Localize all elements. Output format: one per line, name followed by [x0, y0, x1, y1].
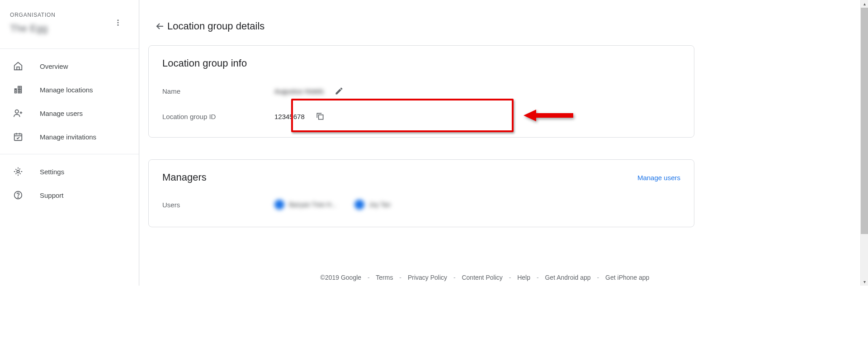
footer-link-privacy[interactable]: Privacy Policy — [408, 274, 447, 281]
location-group-id-value: 12345678 — [274, 113, 305, 120]
svg-point-5 — [17, 170, 19, 173]
page-title: Location group details — [167, 20, 264, 32]
pencil-icon — [335, 86, 344, 96]
users-row: Users Banyan Tree H... Joy Tan — [149, 189, 694, 227]
sidebar-item-label: Manage users — [40, 110, 83, 117]
managers-card: Managers Manage users Users Banyan Tree … — [148, 159, 694, 227]
footer-link-iphone[interactable]: Get iPhone app — [605, 274, 649, 281]
avatar-icon — [274, 200, 284, 210]
nav-section-main: Overview Manage locations Manage users M… — [0, 49, 139, 154]
back-button[interactable] — [151, 17, 169, 35]
arrow-back-icon — [155, 21, 165, 32]
sidebar-item-label: Manage locations — [40, 86, 93, 94]
sidebar-header: ORGANISATION The Egg — [0, 0, 139, 49]
svg-rect-8 — [318, 115, 323, 120]
gear-icon — [13, 166, 24, 177]
nav-section-footer: Settings Support — [0, 154, 139, 212]
location-city-icon — [13, 84, 24, 95]
footer-copyright: ©2019 Google — [321, 274, 362, 281]
svg-point-0 — [118, 19, 119, 21]
page-header: Location group details — [139, 0, 703, 45]
svg-point-3 — [15, 110, 19, 113]
sidebar-item-manage-users[interactable]: Manage users — [0, 101, 139, 125]
scroll-track[interactable] — [861, 234, 868, 278]
sidebar-item-manage-locations[interactable]: Manage locations — [0, 78, 139, 101]
sidebar-item-settings[interactable]: Settings — [0, 160, 139, 183]
scroll-thumb[interactable] — [861, 8, 868, 234]
copy-icon — [316, 112, 325, 121]
sidebar: ORGANISATION The Egg Overview Manage loc… — [0, 0, 139, 286]
main-content: Location group details Location group in… — [139, 0, 703, 286]
sidebar-item-label: Overview — [40, 62, 68, 70]
scroll-down-button[interactable]: ▾ — [861, 278, 868, 286]
copy-id-button[interactable] — [315, 111, 326, 122]
svg-rect-4 — [14, 134, 22, 141]
more-options-button[interactable] — [111, 15, 125, 30]
card-title: Managers — [162, 172, 207, 183]
sidebar-item-overview[interactable]: Overview — [0, 54, 139, 78]
event-available-icon — [13, 131, 24, 142]
footer-link-content-policy[interactable]: Content Policy — [462, 274, 502, 281]
footer: ©2019 Google - Terms - Privacy Policy - … — [278, 274, 691, 281]
user-name: Joy Tan — [369, 201, 391, 208]
user-chip: Joy Tan — [354, 200, 391, 210]
outer-scrollbar[interactable]: ▴ ▾ — [860, 0, 868, 286]
user-name: Banyan Tree H... — [289, 201, 336, 208]
edit-name-button[interactable] — [334, 86, 344, 96]
sidebar-item-support[interactable]: Support — [0, 183, 139, 207]
footer-link-help[interactable]: Help — [517, 274, 530, 281]
svg-point-1 — [118, 22, 119, 24]
name-value: Augustus Hotels — [274, 87, 324, 95]
footer-link-android[interactable]: Get Android app — [545, 274, 590, 281]
manage-users-link[interactable]: Manage users — [637, 174, 680, 182]
organisation-label: ORGANISATION — [10, 12, 129, 18]
more-vert-icon — [114, 19, 122, 27]
user-chip: Banyan Tree H... — [274, 200, 336, 210]
svg-point-2 — [118, 24, 119, 26]
sidebar-item-label: Manage invitations — [40, 133, 96, 141]
home-icon — [13, 61, 24, 72]
help-icon — [13, 190, 24, 201]
sidebar-item-label: Settings — [40, 168, 64, 176]
scroll-up-button[interactable]: ▴ — [861, 0, 868, 8]
location-group-id-label: Location group ID — [162, 113, 274, 120]
sidebar-item-manage-invitations[interactable]: Manage invitations — [0, 125, 139, 148]
sidebar-item-label: Support — [40, 191, 64, 199]
location-group-info-card: Location group info Name Augustus Hotels… — [148, 45, 694, 138]
name-label: Name — [162, 87, 274, 95]
svg-point-7 — [18, 197, 18, 197]
person-add-icon — [13, 108, 24, 119]
avatar-icon — [354, 200, 364, 210]
card-title: Location group info — [149, 46, 694, 78]
footer-link-terms[interactable]: Terms — [376, 274, 393, 281]
users-label: Users — [162, 201, 274, 209]
name-row: Name Augustus Hotels — [149, 78, 694, 104]
location-group-id-row: Location group ID 12345678 — [149, 104, 694, 129]
